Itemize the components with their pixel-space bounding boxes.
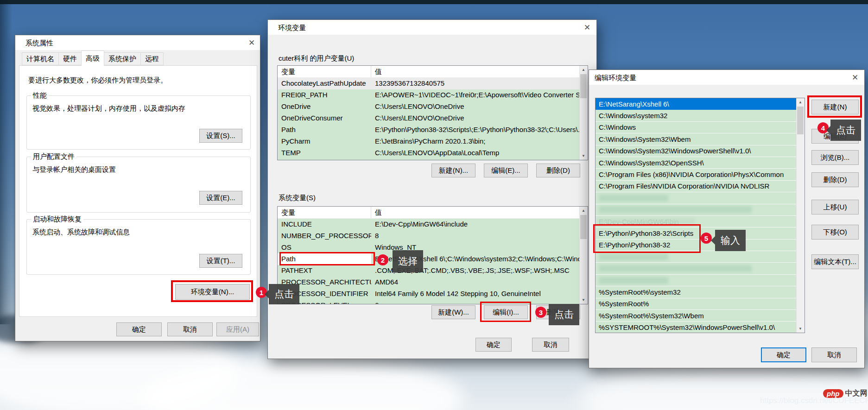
- wallpaper-shade: [0, 0, 12, 324]
- move-down-button[interactable]: 下移(O): [811, 225, 859, 240]
- startup-settings-button[interactable]: 设置(T)...: [199, 254, 242, 268]
- close-icon[interactable]: [850, 73, 860, 82]
- variable-value: E:\JetBrains\PyCharm 2020.1.3\bin;: [371, 136, 588, 147]
- list-item[interactable]: [596, 204, 797, 216]
- titlebar: 编辑环境变量: [589, 70, 864, 85]
- table-row[interactable]: TEMP C:\Users\LENOVO\AppData\Local\Temp: [278, 147, 588, 159]
- apply-button: 应用(A): [216, 322, 259, 336]
- list-item[interactable]: %SystemRoot%\System32\Wbem: [596, 310, 797, 322]
- table-row[interactable]: PROCESSOR_ARCHITECTURE AMD64: [278, 277, 588, 288]
- annotation-circle-3: 3: [535, 307, 546, 318]
- list-item[interactable]: [596, 192, 797, 204]
- ok-button[interactable]: 确定: [475, 338, 512, 352]
- group-desc: 视觉效果，处理器计划，内存使用，以及虚拟内存: [32, 104, 185, 113]
- table-row[interactable]: INCLUDE E:\Dev-Cpp\MinGW64\include: [278, 219, 588, 230]
- close-icon[interactable]: [583, 23, 592, 32]
- user-delete-button[interactable]: 删除(D): [536, 164, 580, 177]
- scroll-down-icon[interactable]: [797, 325, 804, 333]
- table-row[interactable]: PyCharm E:\JetBrains\PyCharm 2020.1.3\bi…: [278, 136, 588, 147]
- list-item[interactable]: C:\Program Files (x86)\NVIDIA Corporatio…: [596, 169, 797, 180]
- variable-value: AMD64: [371, 277, 588, 288]
- startup-recovery-group: 启动和故障恢复 系统启动、系统故障和调试信息 设置(T)...: [26, 219, 251, 275]
- list-item[interactable]: C:\Windows\system32: [596, 110, 797, 121]
- list-item[interactable]: C:\Program Files\NVIDIA Corporation\NVID…: [596, 181, 797, 192]
- performance-settings-button[interactable]: 设置(S)...: [199, 129, 242, 143]
- table-row[interactable]: PATHEXT .COM;.EXE;.BAT;.CMD;.VBS;.VBE;.J…: [278, 265, 588, 277]
- scrollbar-thumb[interactable]: [797, 107, 804, 134]
- group-title: 性能: [31, 91, 49, 100]
- cancel-button[interactable]: 取消: [167, 322, 213, 336]
- move-up-button[interactable]: 上移(U): [811, 200, 859, 214]
- admin-note: 要进行大多数更改，你必须作为管理员登录。: [28, 76, 167, 85]
- table-row[interactable]: TMP C:\Users\LENOVO\AppData\Local\Temp: [278, 159, 588, 160]
- list-item[interactable]: C:\Windows\System32\WindowsPowerShell\v1…: [596, 145, 797, 157]
- table-row[interactable]: OneDrive C:\Users\LENOVO\OneDrive: [278, 101, 588, 113]
- titlebar: 系统属性: [15, 35, 260, 50]
- user-new-button[interactable]: 新建(N)...: [431, 164, 475, 177]
- scrollbar[interactable]: [796, 98, 805, 333]
- variable-value: 8: [371, 230, 588, 242]
- performance-group: 性能 视觉效果，处理器计划，内存使用，以及虚拟内存 设置(S)...: [26, 95, 251, 150]
- table-row[interactable]: PROCESSOR_LEVEL 6: [278, 300, 588, 304]
- scrollbar-thumb[interactable]: [580, 215, 587, 239]
- variable-value: 132395367132840575: [371, 78, 588, 89]
- user-edit-button[interactable]: 编辑(E)...: [484, 164, 528, 177]
- profile-settings-button[interactable]: 设置(E)...: [199, 191, 242, 205]
- list-item[interactable]: %SYSTEMROOT%\System32\WindowsPowerShell\…: [596, 322, 797, 333]
- list-item[interactable]: %SystemRoot%\system32: [596, 286, 797, 298]
- delete-button[interactable]: 删除(D): [811, 172, 859, 187]
- list-item[interactable]: C:\Windows\System32\OpenSSH\: [596, 157, 797, 169]
- list-item[interactable]: %SystemRoot%: [596, 298, 797, 310]
- group-desc: 系统启动、系统故障和调试信息: [32, 228, 130, 237]
- table-row[interactable]: NUMBER_OF_PROCESSORS 8: [278, 230, 588, 242]
- scroll-down-icon[interactable]: [580, 296, 587, 304]
- variable-name: OneDrive: [278, 101, 371, 113]
- desktop-wallpaper: 系统属性 计算机名硬件高级系统保护远程 要进行大多数更改，你必须作为管理员登录。…: [0, 0, 868, 410]
- scroll-up-icon[interactable]: [797, 98, 804, 106]
- variable-name: Path: [278, 124, 371, 136]
- variable-name: TMP: [278, 159, 371, 160]
- browse-button[interactable]: 浏览(B)...: [811, 150, 859, 165]
- tab[interactable]: 硬件: [58, 52, 82, 65]
- list-item[interactable]: E:\NetSarang\Xshell 6\: [596, 98, 797, 110]
- system-variables-section-label: 系统变量(S): [279, 194, 316, 202]
- table-row[interactable]: OneDriveConsumer C:\Users\LENOVO\OneDriv…: [278, 113, 588, 124]
- scroll-up-icon[interactable]: [580, 66, 587, 74]
- variable-value: E:\APOWER~1\VIDEOC~1\frei0r;E:\Apowersof…: [371, 89, 588, 101]
- scroll-up-icon[interactable]: [580, 207, 587, 214]
- table-row[interactable]: ChocolateyLastPathUpdate 132395367132840…: [278, 78, 588, 89]
- scroll-down-icon[interactable]: [580, 152, 587, 160]
- variable-name: INCLUDE: [278, 219, 371, 230]
- table-row[interactable]: Path E:\Python\Python38-32\Scripts\;E:\P…: [278, 124, 588, 136]
- ok-button[interactable]: 确定: [116, 322, 162, 336]
- list-item[interactable]: [596, 263, 797, 274]
- list-item[interactable]: C:\Windows: [596, 122, 797, 133]
- close-icon[interactable]: [247, 38, 256, 48]
- scrollbar[interactable]: [579, 66, 588, 160]
- table-row[interactable]: PROCESSOR_IDENTIFIER Intel64 Family 6 Mo…: [278, 288, 588, 300]
- tab[interactable]: 系统保护: [104, 52, 141, 65]
- annotation-box-env-button: [171, 280, 253, 302]
- annotation-box-new-button: [807, 95, 862, 118]
- edit-text-button[interactable]: 编辑文本(T)...: [811, 254, 859, 269]
- list-item[interactable]: [596, 275, 797, 286]
- column-header-variable: 变量: [278, 66, 371, 77]
- tab[interactable]: 计算机名: [22, 52, 59, 65]
- variable-name: TEMP: [278, 147, 371, 159]
- variable-name: FREI0R_PATH: [278, 89, 371, 101]
- column-header-variable: 变量: [278, 207, 371, 218]
- cancel-button[interactable]: 取消: [532, 338, 569, 352]
- path-entries-list[interactable]: E:\NetSarang\Xshell 6\C:\Windows\system3…: [595, 98, 805, 333]
- scrollbar[interactable]: [579, 207, 588, 304]
- titlebar: 环境变量: [268, 20, 596, 35]
- tab[interactable]: 高级: [81, 50, 104, 66]
- cancel-button[interactable]: 取消: [811, 347, 857, 362]
- ok-button[interactable]: 确定: [761, 347, 806, 362]
- user-variables-table[interactable]: 变量 值 ChocolateyLastPathUpdate 1323953671…: [277, 65, 588, 160]
- tab[interactable]: 远程: [140, 52, 164, 65]
- dialog-title: 环境变量: [278, 24, 306, 32]
- list-item[interactable]: C:\Windows\System32\Wbem: [596, 133, 797, 145]
- table-row[interactable]: FREI0R_PATH E:\APOWER~1\VIDEOC~1\frei0r;…: [278, 89, 588, 101]
- system-new-button[interactable]: 新建(W)...: [431, 305, 475, 319]
- scrollbar-thumb[interactable]: [580, 74, 587, 98]
